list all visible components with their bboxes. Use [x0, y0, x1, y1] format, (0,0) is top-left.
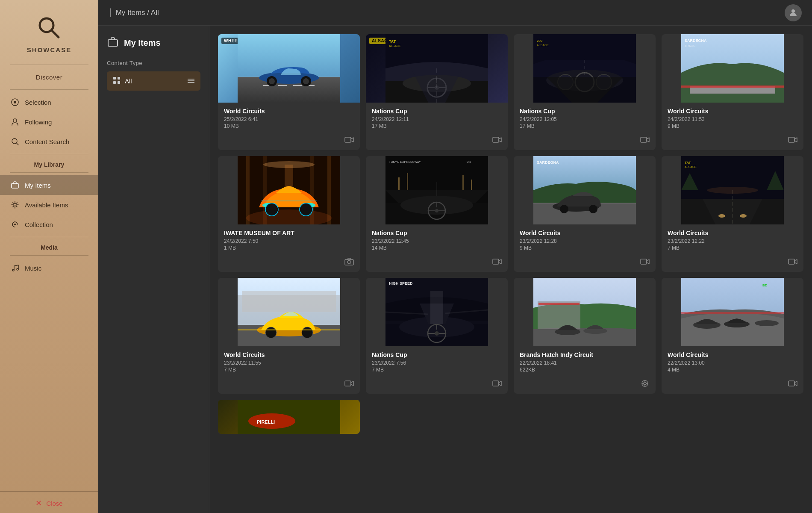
item-info: Brands Hatch Indy Circuit 22/2/2022 18:4… — [514, 346, 656, 377]
svg-text:ALSACE: ALSACE — [685, 165, 697, 168]
media-label: Media — [0, 240, 98, 253]
item-card[interactable]: HIGH SPEED — [366, 278, 508, 394]
sidebar-item-following[interactable]: Following — [0, 112, 98, 132]
sidebar-item-selection-label: Selection — [25, 99, 51, 106]
svg-point-8 — [14, 203, 16, 206]
divider-6 — [10, 255, 88, 256]
svg-point-73 — [347, 260, 351, 264]
following-icon — [10, 117, 20, 127]
item-title: Brands Hatch Indy Circuit — [520, 351, 650, 358]
selection-icon — [10, 97, 20, 107]
item-info: World Circuits 22/2/2022 13:00 4 MB — [662, 346, 803, 377]
item-card[interactable]: Brands Hatch Indy Circuit 22/2/2022 18:4… — [514, 278, 656, 394]
item-thumbnail: 200 ALSACE — [514, 34, 656, 103]
item-thumbnail: SARDEGNA — [514, 156, 656, 224]
item-date: 23/2/2022 11:55 — [224, 360, 354, 366]
item-size: 9 MB — [520, 245, 650, 251]
sidebar-item-content-search[interactable]: Content Search — [0, 132, 98, 151]
item-title: IWATE MUSEUM OF ART — [224, 230, 354, 236]
svg-rect-16 — [113, 81, 116, 84]
divider-2 — [10, 89, 88, 90]
svg-text:TAT: TAT — [685, 161, 691, 165]
my-items-icon — [10, 180, 20, 190]
sidebar-item-my-items[interactable]: My Items — [0, 175, 98, 195]
user-avatar[interactable] — [785, 4, 802, 21]
item-title: World Circuits — [224, 351, 354, 358]
item-date: 24/2/2022 7:50 — [224, 238, 354, 244]
item-card[interactable]: ALSACE — [366, 34, 508, 150]
svg-rect-15 — [118, 77, 120, 80]
content-area: My Items Content Type All — [98, 26, 812, 513]
svg-rect-53 — [641, 137, 647, 142]
item-card[interactable]: SARDEGNA — [514, 156, 656, 272]
svg-line-6 — [17, 143, 19, 145]
sidebar-item-music[interactable]: Music — [0, 258, 98, 278]
item-size: 7 MB — [224, 367, 354, 373]
discover-button[interactable]: Discover — [0, 68, 98, 87]
item-size: 4 MB — [668, 367, 797, 373]
svg-rect-60 — [246, 156, 250, 224]
item-footer — [218, 133, 360, 150]
filter-menu-icon — [188, 77, 194, 85]
photo-group-icon — [640, 380, 650, 389]
filter-all-button[interactable]: All — [107, 71, 200, 91]
svg-point-3 — [14, 101, 16, 103]
grid-area: WHEELSPIN — [209, 26, 812, 513]
divider-3 — [10, 154, 88, 154]
item-footer — [662, 377, 803, 394]
video-icon — [492, 136, 502, 146]
divider-close — [0, 491, 98, 492]
item-title: World Circuits — [668, 351, 797, 358]
svg-line-1 — [52, 30, 59, 37]
close-icon: ✕ — [35, 498, 42, 508]
filter-btn-left: All — [113, 77, 132, 86]
item-card[interactable]: PIRELLI — [218, 400, 360, 434]
panel-title: My Items — [107, 36, 200, 50]
svg-rect-109 — [242, 291, 336, 312]
svg-rect-146 — [788, 381, 794, 386]
svg-rect-58 — [788, 137, 794, 142]
sidebar-item-available-items-label: Available Items — [25, 201, 68, 209]
sidebar-item-content-search-label: Content Search — [25, 138, 69, 145]
item-footer — [514, 255, 656, 272]
svg-point-28 — [269, 78, 275, 84]
svg-rect-63 — [327, 156, 331, 224]
main-content: │ My Items / All My Items Conten — [98, 0, 812, 513]
item-card[interactable]: BD World Circuits 22/2/2022 13:00 4 MB — [662, 278, 803, 394]
content-search-icon — [10, 137, 20, 146]
item-card[interactable]: SARDEGNA TRACK World Circuits 24/2/2022 … — [662, 34, 803, 150]
close-button[interactable]: ✕ Close — [25, 493, 73, 513]
item-size: 1 MB — [224, 245, 354, 251]
video-icon — [492, 380, 502, 389]
svg-point-104 — [740, 214, 747, 218]
item-card[interactable]: 200 ALSACE — [514, 34, 656, 150]
sidebar-item-collection[interactable]: Collection — [0, 215, 98, 234]
svg-point-10 — [12, 269, 14, 271]
grid-icon — [113, 77, 121, 86]
sidebar-item-selection[interactable]: Selection — [0, 92, 98, 112]
svg-text:SARDEGNA: SARDEGNA — [537, 160, 559, 165]
sidebar-item-available-items[interactable]: Available Items — [0, 195, 98, 215]
svg-rect-17 — [118, 81, 120, 84]
item-card[interactable]: TAT ALSACE — [662, 156, 803, 272]
svg-point-112 — [265, 327, 277, 338]
item-date: 23/2/2022 12:22 — [668, 238, 797, 244]
item-thumbnail: WHEELSPIN — [218, 34, 360, 103]
item-card[interactable]: World Circuits 23/2/2022 11:55 7 MB — [218, 278, 360, 394]
item-thumbnail: TOKYO EXPRESSWAY 9:4 — [366, 156, 508, 224]
svg-rect-131 — [538, 303, 580, 305]
video-icon — [344, 380, 354, 389]
item-size: 14 MB — [372, 245, 502, 251]
item-card[interactable]: TOKYO EXPRESSWAY 9:4 — [366, 156, 508, 272]
item-card[interactable]: WHEELSPIN — [218, 34, 360, 150]
divider-4 — [10, 172, 88, 173]
sidebar-item-following-label: Following — [25, 118, 52, 126]
item-footer — [514, 133, 656, 150]
sidebar-item-collection-label: Collection — [25, 221, 53, 228]
item-card[interactable]: IWATE MUSEUM OF ART 24/2/2022 7:50 1 MB — [218, 156, 360, 272]
svg-point-95 — [560, 205, 568, 213]
item-title: Nations Cup — [372, 351, 502, 358]
item-info: World Circuits 24/2/2022 11:53 9 MB — [662, 103, 803, 133]
item-info: Nations Cup 23/2/2022 12:45 14 MB — [366, 224, 508, 255]
item-size: 7 MB — [668, 245, 797, 251]
